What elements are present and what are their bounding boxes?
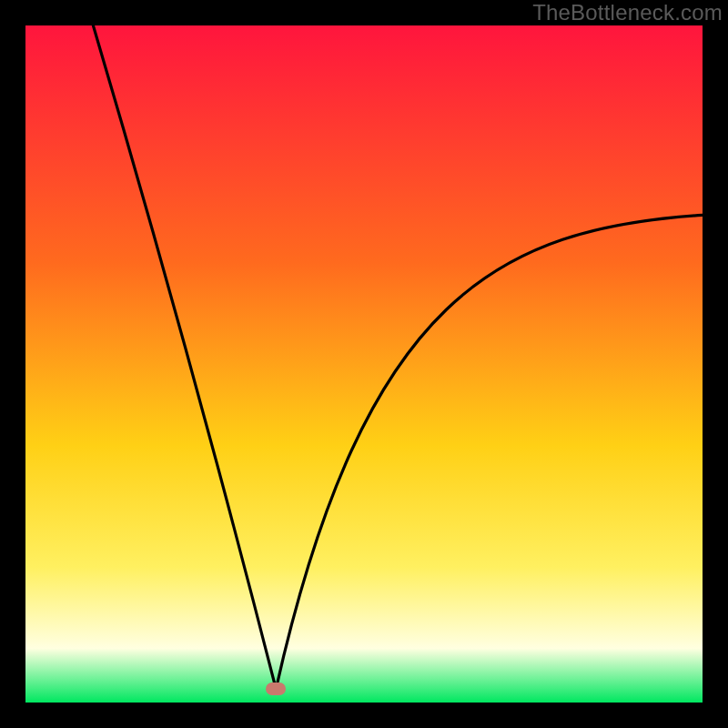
watermark-text: TheBottleneck.com bbox=[532, 0, 723, 25]
plot-area bbox=[25, 25, 703, 703]
chart-frame: TheBottleneck.com bbox=[0, 0, 728, 728]
plot-svg bbox=[25, 25, 703, 703]
min-point-marker bbox=[266, 682, 286, 695]
gradient-background bbox=[25, 25, 703, 703]
